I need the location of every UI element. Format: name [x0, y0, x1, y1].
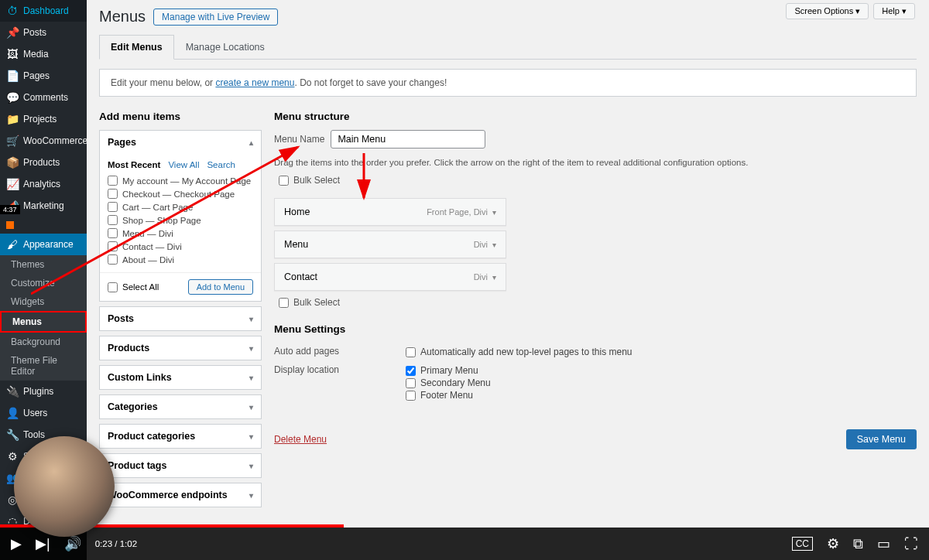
- tab-edit-menus[interactable]: Edit Menus: [99, 35, 174, 60]
- save-menu-button[interactable]: Save Menu: [846, 429, 917, 449]
- delete-menu-link[interactable]: Delete Menu: [274, 434, 327, 445]
- caret-down-icon: ▾: [249, 432, 253, 441]
- info-notice: Edit your menu below, or create a new me…: [99, 69, 917, 97]
- sidebar-item-pages[interactable]: 📄Pages: [0, 65, 87, 87]
- sidebar-item-projects[interactable]: 📁Projects: [0, 108, 87, 130]
- submenu-menus[interactable]: Menus: [0, 311, 87, 333]
- menu-tabs: Edit Menus Manage Locations: [99, 35, 917, 60]
- cc-button[interactable]: CC: [792, 537, 813, 551]
- analytics-icon: 📈: [6, 178, 19, 190]
- setting-display-location-label: Display location: [274, 364, 406, 401]
- opt-auto-add-pages[interactable]: Automatically add new top-level pages to…: [406, 346, 632, 358]
- screen-options-button[interactable]: Screen Options ▾: [786, 3, 869, 19]
- appearance-icon: 🖌: [6, 238, 19, 251]
- media-icon: 🖼: [6, 48, 19, 60]
- panel-products-header[interactable]: Products▾: [100, 336, 261, 360]
- chevron-down-icon[interactable]: ▾: [492, 241, 496, 249]
- live-preview-button[interactable]: Manage with Live Preview: [153, 9, 278, 26]
- video-time: 0:23 / 1:02: [95, 539, 137, 548]
- menu-name-input[interactable]: [331, 130, 485, 149]
- caret-down-icon: ▾: [249, 374, 253, 382]
- plugins-icon: 🔌: [6, 385, 19, 398]
- woocommerce-icon: 🛒: [6, 135, 19, 147]
- pages-icon: 📄: [6, 70, 19, 82]
- posts-icon: 📌: [6, 26, 19, 39]
- products-icon: 📦: [6, 156, 19, 169]
- tools-icon: 🔧: [6, 429, 19, 441]
- svg-line-0: [31, 147, 298, 294]
- bulk-select-bottom-checkbox[interactable]: [279, 298, 289, 308]
- sidebar-item-dashboard[interactable]: ⏱Dashboard: [0, 0, 87, 22]
- create-new-menu-link[interactable]: create a new menu: [215, 77, 294, 88]
- projects-icon: 📁: [6, 113, 19, 125]
- panel-custom-links-header[interactable]: Custom Links▾: [100, 366, 261, 389]
- page-title: Menus: [99, 8, 146, 26]
- settings-icon: ⚙: [6, 450, 19, 463]
- red-arrow-down: [355, 153, 373, 207]
- caret-down-icon: ▾: [249, 491, 253, 500]
- presenter-webcam-circle: [14, 436, 115, 537]
- fullscreen-icon[interactable]: ⛶: [904, 536, 918, 552]
- chevron-down-icon[interactable]: ▾: [492, 208, 496, 217]
- setting-auto-add-label: Auto add pages: [274, 346, 406, 358]
- settings-gear-icon[interactable]: ⚙: [827, 535, 839, 552]
- submenu-theme-file-editor[interactable]: Theme File Editor: [0, 351, 87, 381]
- sidebar-item-comments[interactable]: 💬Comments: [0, 87, 87, 108]
- opt-footer-menu[interactable]: Footer Menu: [406, 389, 491, 401]
- caret-down-icon: ▾: [249, 403, 253, 411]
- caret-down-icon: ▾: [249, 462, 253, 470]
- sidebar-item-plugins[interactable]: 🔌Plugins: [0, 381, 87, 402]
- video-progress-bar[interactable]: [0, 524, 929, 528]
- play-button[interactable]: ▶: [11, 535, 22, 552]
- video-player-controls: ▶ ▶| 🔊 0:23 / 1:02 CC ⚙ ⧉ ▭ ⛶: [0, 528, 929, 560]
- sidebar-item-users[interactable]: 👤Users: [0, 402, 87, 424]
- caret-down-icon: ▾: [249, 315, 253, 323]
- panel-product-tags-header[interactable]: Product tags▾: [100, 454, 261, 477]
- help-button[interactable]: Help ▾: [873, 3, 915, 19]
- dashboard-icon: ⏱: [6, 5, 19, 17]
- add-menu-items-title: Add menu items: [99, 111, 262, 122]
- red-arrow-diagonal: [31, 143, 310, 298]
- next-button[interactable]: ▶|: [36, 535, 50, 552]
- sidebar-item-posts[interactable]: 📌Posts: [0, 22, 87, 43]
- menu-settings-title: Menu Settings: [274, 323, 917, 335]
- menu-structure-title: Menu structure: [274, 111, 917, 122]
- panel-categories-header[interactable]: Categories▾: [100, 395, 261, 418]
- opt-primary-menu[interactable]: Primary Menu: [406, 364, 491, 377]
- panel-woocommerce-endpoints-header[interactable]: WooCommerce endpoints▾: [100, 483, 261, 507]
- chevron-down-icon[interactable]: ▾: [492, 273, 496, 282]
- sidebar-item-media[interactable]: 🖼Media: [0, 43, 87, 65]
- theater-mode-icon[interactable]: ▭: [877, 535, 890, 552]
- panel-product-categories-header[interactable]: Product categories▾: [100, 425, 261, 448]
- comments-icon: 💬: [6, 91, 19, 104]
- volume-button[interactable]: 🔊: [64, 535, 81, 552]
- orange-dot-icon: [6, 221, 14, 229]
- users-icon: 👤: [6, 407, 19, 419]
- caret-down-icon: ▾: [249, 344, 253, 353]
- video-timestamp-badge: 4:37: [0, 205, 20, 214]
- tab-manage-locations[interactable]: Manage Locations: [174, 35, 276, 60]
- panel-posts-header[interactable]: Posts▾: [100, 307, 261, 330]
- miniplayer-icon[interactable]: ⧉: [853, 536, 863, 552]
- submenu-background[interactable]: Background: [0, 333, 87, 351]
- opt-secondary-menu[interactable]: Secondary Menu: [406, 377, 491, 389]
